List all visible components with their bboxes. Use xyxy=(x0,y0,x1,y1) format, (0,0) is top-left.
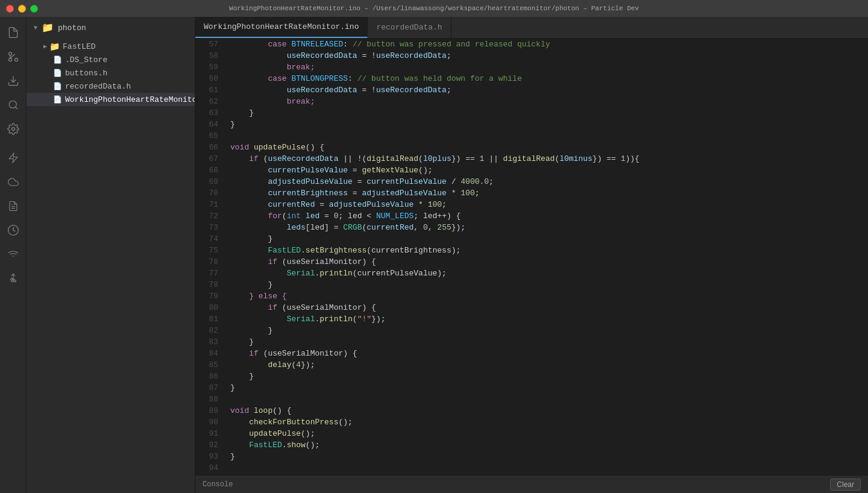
line-code: updatePulse(); xyxy=(225,428,868,439)
editor[interactable]: 57 case BTNRELEASED: // button was press… xyxy=(195,39,868,475)
line-number: 63 xyxy=(195,107,225,119)
tab-recorded-data-label: recordedData.h xyxy=(376,23,442,32)
line-number: 81 xyxy=(195,313,225,325)
sidebar: ▼ 📁 photon ▶ 📁 FastLED 📄 .DS_Store 📄 but… xyxy=(27,17,195,493)
table-row: 87} xyxy=(195,382,868,394)
line-code: useRecordedData = !useRecordedData; xyxy=(225,84,868,96)
table-row: 57 case BTNRELEASED: // button was press… xyxy=(195,39,868,50)
main-layout: ▼ 📁 photon ▶ 📁 FastLED 📄 .DS_Store 📄 but… xyxy=(0,17,868,493)
tab-main-ino[interactable]: WorkingPhotonHeartRateMonitor.ino xyxy=(195,17,368,38)
recorded-data-icon: 📄 xyxy=(53,82,62,91)
svg-marker-7 xyxy=(9,154,17,163)
line-number: 79 xyxy=(195,290,225,302)
table-row: 68 currentPulseValue = getNextValue(); xyxy=(195,165,868,176)
table-row: 94 xyxy=(195,462,868,474)
svg-point-1 xyxy=(8,52,11,55)
table-row: 67 if (useRecordedData || !(digitalRead(… xyxy=(195,153,868,165)
table-row: 83 } xyxy=(195,336,868,348)
table-row: 76 if (useSerialMonitor) { xyxy=(195,256,868,268)
sidebar-item-recorded-data[interactable]: 📄 recordedData.h xyxy=(27,80,195,93)
svg-line-5 xyxy=(15,107,17,108)
clock-icon[interactable] xyxy=(2,219,24,241)
line-number: 60 xyxy=(195,73,225,84)
table-row: 59 break; xyxy=(195,61,868,73)
line-number: 72 xyxy=(195,210,225,222)
table-row: 90 checkForButtonPress(); xyxy=(195,416,868,428)
line-number: 78 xyxy=(195,279,225,290)
maximize-button[interactable] xyxy=(30,5,38,13)
table-row: 63 } xyxy=(195,107,868,119)
line-number: 61 xyxy=(195,84,225,96)
line-number: 89 xyxy=(195,405,225,416)
line-code: } xyxy=(225,107,868,119)
line-code: } xyxy=(225,382,868,394)
table-row: 65 xyxy=(195,130,868,142)
line-code xyxy=(225,394,868,405)
table-row: 72 for(int led = 0; led < NUM_LEDS; led+… xyxy=(195,210,868,222)
table-row: 60 case BTNLONGPRESS: // button was held… xyxy=(195,73,868,84)
line-code: case BTNLONGPRESS: // button was held do… xyxy=(225,73,868,84)
line-number: 92 xyxy=(195,439,225,451)
cloud-icon[interactable] xyxy=(2,171,24,193)
project-name: photon xyxy=(58,24,86,33)
line-number: 83 xyxy=(195,336,225,348)
table-row: 79 } else { xyxy=(195,290,868,302)
line-number: 67 xyxy=(195,153,225,165)
line-number: 80 xyxy=(195,302,225,313)
line-code: case BTNRELEASED: // button was pressed … xyxy=(225,39,868,50)
line-code: FastLED.setBrightness(currentBrightness)… xyxy=(225,245,868,256)
tab-recorded-data[interactable]: recordedData.h xyxy=(368,17,451,38)
search-icon[interactable] xyxy=(2,94,24,116)
line-code: void updatePulse() { xyxy=(225,142,868,153)
line-code: if (useSerialMonitor) { xyxy=(225,256,868,268)
usb-icon[interactable] xyxy=(2,268,24,289)
line-code: leds[led] = CRGB(currentRed, 0, 255}); xyxy=(225,222,868,233)
table-row: 92 FastLED.show(); xyxy=(195,439,868,451)
line-code: Serial.println(currentPulseValue); xyxy=(225,268,868,279)
line-number: 76 xyxy=(195,256,225,268)
line-code: currentPulseValue = getNextValue(); xyxy=(225,165,868,176)
line-code: } else { xyxy=(225,290,868,302)
line-code: adjustedPulseValue = currentPulseValue /… xyxy=(225,176,868,187)
table-row: 69 adjustedPulseValue = currentPulseValu… xyxy=(195,176,868,187)
ds-store-icon: 📄 xyxy=(53,55,62,64)
line-code xyxy=(225,130,868,142)
table-row: 80 if (useSerialMonitor) { xyxy=(195,302,868,313)
window-controls xyxy=(6,5,38,13)
line-number: 75 xyxy=(195,245,225,256)
console-label: Console xyxy=(203,480,233,489)
download-icon[interactable] xyxy=(2,70,24,92)
sidebar-item-working-ino[interactable]: 📄 WorkingPhotonHeartRateMonitor.ino xyxy=(27,93,195,106)
sidebar-item-buttons-h[interactable]: 📄 buttons.h xyxy=(27,66,195,80)
notes-icon[interactable] xyxy=(2,195,24,217)
files-icon[interactable] xyxy=(2,22,24,43)
table-row: 77 Serial.println(currentPulseValue); xyxy=(195,268,868,279)
fastled-folder-icon: 📁 xyxy=(49,42,60,52)
line-number: 73 xyxy=(195,222,225,233)
clear-button[interactable]: Clear xyxy=(830,479,861,491)
line-code: useRecordedData = !useRecordedData; xyxy=(225,50,868,61)
table-row: 84 if (useSerialMonitor) { xyxy=(195,348,868,359)
project-folder-icon: 📁 xyxy=(42,22,54,34)
wifi-icon[interactable] xyxy=(2,243,24,265)
flash-icon[interactable] xyxy=(2,147,24,169)
git-icon[interactable] xyxy=(2,46,24,68)
table-row: 66void updatePulse() { xyxy=(195,142,868,153)
line-code: } xyxy=(225,451,868,462)
close-button[interactable] xyxy=(6,5,14,13)
settings-icon[interactable] xyxy=(2,118,24,140)
activity-bar xyxy=(0,17,27,493)
minimize-button[interactable] xyxy=(18,5,26,13)
line-code: } xyxy=(225,325,868,336)
sidebar-item-fastled[interactable]: ▶ 📁 FastLED xyxy=(27,40,195,53)
line-code: } xyxy=(225,119,868,130)
table-row: 71 currentRed = adjustedPulseValue * 100… xyxy=(195,199,868,210)
line-code: if (useRecordedData || !(digitalRead(l0p… xyxy=(225,153,868,165)
line-number: 87 xyxy=(195,382,225,394)
table-row: 62 break; xyxy=(195,96,868,107)
sidebar-item-ds-store[interactable]: 📄 .DS_Store xyxy=(27,53,195,66)
svg-point-6 xyxy=(11,128,14,131)
line-number: 68 xyxy=(195,165,225,176)
line-number: 85 xyxy=(195,359,225,371)
line-number: 86 xyxy=(195,371,225,382)
